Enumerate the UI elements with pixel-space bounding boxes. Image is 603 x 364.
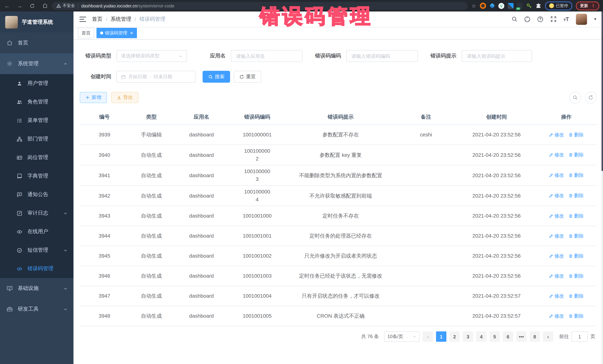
scrollbar-thumb[interactable] xyxy=(602,11,603,171)
vue-devtools-icon[interactable]: V xyxy=(498,3,504,9)
page-button[interactable]: 5 xyxy=(489,331,500,342)
add-button[interactable]: 新增 xyxy=(80,92,107,103)
extension-orange-icon[interactable] xyxy=(480,3,486,9)
reload-icon[interactable] xyxy=(29,2,36,9)
avatar-caret-icon[interactable]: ▼ xyxy=(593,17,597,21)
cell-actions: 修改 删除 xyxy=(537,272,595,280)
delete-link[interactable]: 删除 xyxy=(568,212,584,220)
font-size-icon[interactable] xyxy=(563,16,570,22)
cell-id: 3947 xyxy=(80,292,129,300)
extension-grid-icon[interactable] xyxy=(508,3,514,9)
delete-link[interactable]: 删除 xyxy=(568,192,584,199)
delete-link[interactable]: 删除 xyxy=(568,172,584,179)
page-button[interactable]: 8 xyxy=(530,331,540,342)
delete-link[interactable]: 删除 xyxy=(568,272,584,280)
cell-app: dashboard xyxy=(174,151,229,159)
edit-link[interactable]: 修改 xyxy=(549,172,564,179)
sidebar-group-infrastructure[interactable]: 基础设施 xyxy=(0,278,73,299)
cell-remark: ceshi xyxy=(396,131,456,139)
reset-button[interactable]: 重置 xyxy=(234,71,261,83)
update-button[interactable]: 更新 ⋮ xyxy=(576,1,599,10)
sidebar-logo[interactable]: 芋道管理系统 xyxy=(0,11,73,33)
edit-link[interactable]: 修改 xyxy=(549,272,564,280)
page-button[interactable]: 3 xyxy=(463,331,473,342)
breadcrumb-system[interactable]: 系统管理 xyxy=(111,16,131,22)
error-message-input[interactable] xyxy=(466,53,528,59)
page-button[interactable]: 6 xyxy=(503,331,513,342)
cell-app: dashboard xyxy=(174,232,229,240)
sidebar-item-audit-log[interactable]: 审计日志 xyxy=(0,204,73,222)
goto-page-input[interactable] xyxy=(571,331,588,342)
page-button[interactable]: 4 xyxy=(476,331,487,342)
system-submenu: 用户管理 角色管理 菜单管理 部门管理 xyxy=(0,74,73,278)
avatar[interactable] xyxy=(576,13,587,25)
breadcrumb-home[interactable]: 首页 xyxy=(92,16,103,22)
extension-on-icon[interactable] xyxy=(517,3,523,9)
sidebar-item-home[interactable]: 首页 xyxy=(0,33,73,53)
sidebar-item-dictionary[interactable]: 字典管理 xyxy=(0,167,73,185)
extension-gem-icon[interactable] xyxy=(489,3,495,9)
sidebar-item-users[interactable]: 用户管理 xyxy=(0,74,73,93)
edit-link[interactable]: 修改 xyxy=(549,292,564,300)
page-size-select[interactable]: 10条/页 xyxy=(384,331,420,342)
edit-link[interactable]: 修改 xyxy=(549,232,564,240)
date-range-picker[interactable]: 开始日期 - 结束日期 xyxy=(116,71,196,83)
sidebar-item-online-users[interactable]: 在线用户 xyxy=(0,222,73,241)
org-tree-icon xyxy=(16,136,22,142)
page-button[interactable]: 2 xyxy=(449,331,460,342)
hamburger-icon[interactable] xyxy=(79,16,86,22)
trash-icon xyxy=(568,132,573,137)
delete-link[interactable]: 删除 xyxy=(568,312,584,320)
extension-key-icon[interactable] xyxy=(526,3,532,9)
sidebar-item-departments[interactable]: 部门管理 xyxy=(0,130,73,148)
error-type-select[interactable]: 请选择错误码类型 xyxy=(116,50,187,62)
screen: ← → 不安全 dashboard.yudao.iocoder.cn/syste… xyxy=(0,0,603,364)
edit-link[interactable]: 修改 xyxy=(549,131,564,138)
edit-link[interactable]: 修改 xyxy=(549,212,564,220)
user-icon xyxy=(16,80,22,86)
page-button[interactable]: 1 xyxy=(436,331,446,342)
sidebar-item-roles[interactable]: 角色管理 xyxy=(0,93,73,111)
edit-link[interactable]: 修改 xyxy=(549,151,564,159)
page-button[interactable]: ••• xyxy=(516,331,527,342)
delete-link[interactable]: 删除 xyxy=(568,232,584,240)
sidebar-item-posts[interactable]: 岗位管理 xyxy=(0,148,73,167)
tag-error-code[interactable]: 错误码管理 ✕ xyxy=(96,28,137,38)
sidebar-item-menus[interactable]: 菜单管理 xyxy=(0,111,73,130)
fullscreen-icon[interactable] xyxy=(550,16,557,22)
delete-link[interactable]: 删除 xyxy=(568,253,584,260)
sidebar-item-sms[interactable]: 短信管理 xyxy=(0,241,73,259)
tag-home[interactable]: 首页 xyxy=(78,28,94,38)
paused-button[interactable]: 已暂停 xyxy=(545,1,572,10)
next-page-button[interactable]: › xyxy=(543,331,553,342)
app-name-input[interactable] xyxy=(235,53,298,59)
search-button[interactable]: 搜索 xyxy=(203,71,230,83)
extensions-puzzle-icon[interactable] xyxy=(535,3,541,9)
search-icon[interactable] xyxy=(511,16,518,22)
refresh-table-button[interactable] xyxy=(585,92,597,103)
forward-icon[interactable]: → xyxy=(16,2,23,9)
github-icon[interactable] xyxy=(524,16,531,22)
bookmark-star-icon[interactable]: ☆ xyxy=(471,3,476,9)
show-search-button[interactable] xyxy=(569,92,581,103)
edit-link[interactable]: 修改 xyxy=(549,312,564,320)
cell-app: dashboard xyxy=(174,292,229,300)
delete-link[interactable]: 删除 xyxy=(568,131,584,138)
prev-page-button[interactable]: ‹ xyxy=(423,331,433,342)
page-scrollbar[interactable] xyxy=(602,11,603,364)
back-icon[interactable]: ← xyxy=(4,2,10,9)
tag-close-icon[interactable]: ✕ xyxy=(130,31,133,35)
edit-link[interactable]: 修改 xyxy=(549,192,564,199)
delete-link[interactable]: 删除 xyxy=(568,292,584,300)
delete-link[interactable]: 删除 xyxy=(568,151,584,159)
sidebar-item-notices[interactable]: 通知公告 xyxy=(0,185,73,204)
home-icon[interactable] xyxy=(42,2,48,9)
sidebar-group-devtools[interactable]: 研发工具 xyxy=(0,299,73,320)
browser-menu-icon[interactable]: ⋮ xyxy=(591,3,595,8)
sidebar-group-system[interactable]: 系统管理 xyxy=(0,53,73,74)
edit-link[interactable]: 修改 xyxy=(549,253,564,260)
sidebar-item-error-code[interactable]: 错误码管理 xyxy=(0,259,73,278)
export-button[interactable]: 导出 xyxy=(111,92,139,103)
help-icon[interactable] xyxy=(537,16,544,22)
error-code-input[interactable] xyxy=(351,53,413,59)
